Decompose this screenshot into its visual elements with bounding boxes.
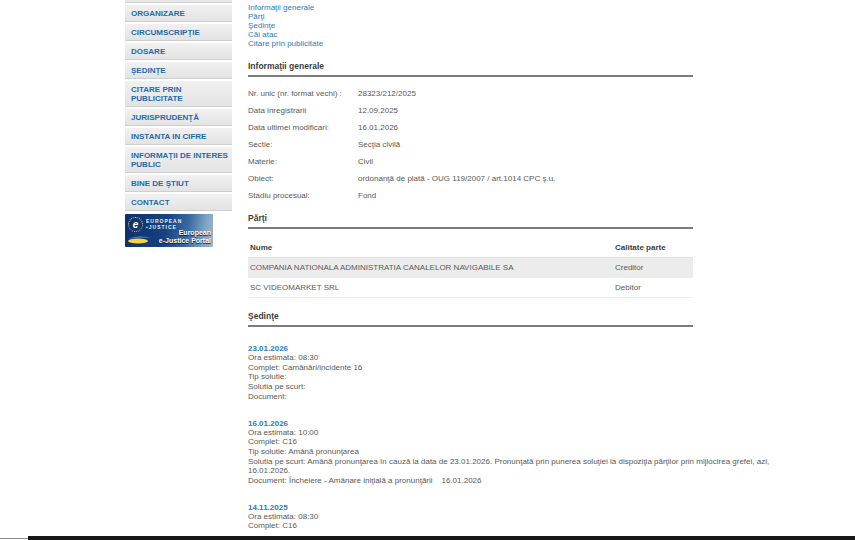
- info-field-row: Nr. unic (nr. format vechi) :28323/212/2…: [248, 89, 808, 98]
- sidebar-item-informa-ii-de-interes-public[interactable]: INFORMAŢII DE INTERES PUBLIC: [125, 147, 232, 173]
- sedinta-detail-line: Complet: C16: [248, 437, 788, 447]
- sidebar-item-circumscrip-ie[interactable]: CIRCUMSCRIPŢIE: [125, 24, 232, 41]
- info-field-row: Stadiu procesual:Fond: [248, 191, 808, 200]
- field-value: Civil: [358, 157, 373, 166]
- case-quicklinks: Informaţii generalePărţiŞedinţeCăi atacC…: [248, 3, 808, 48]
- quicklink-c-i-atac[interactable]: Căi atac: [248, 30, 808, 39]
- informatii-generale-title: Informaţii generale: [248, 61, 693, 77]
- sedinta-detail-line: Solutia pe scurt:: [248, 382, 788, 392]
- sidebar-item-contact[interactable]: CONTACT: [125, 194, 232, 211]
- sedinta-entry: 14.11.2025Ora estimata: 08:30Complet: C1…: [248, 503, 808, 531]
- sedinta-entry: 23.01.2026Ora estimata: 08:30Complet: Ca…: [248, 344, 808, 402]
- ejustice-banner-title: Europeane-Justice Portal: [159, 229, 211, 245]
- sidebar-item-jurispruden[interactable]: JURISPRUDENŢĂ: [125, 109, 232, 126]
- sidebar-item-bine-de-tiut[interactable]: BINE DE ŞTIUT: [125, 175, 232, 192]
- sidebar-item-instanta-in-cifre[interactable]: INSTANTA IN CIFRE: [125, 128, 232, 145]
- sedinta-date-link[interactable]: 14.11.2025: [248, 503, 288, 512]
- field-label: Materie:: [248, 157, 358, 166]
- section-informatii-generale: Informaţii generale Nr. unic (nr. format…: [248, 61, 808, 200]
- field-value: 12.09.2025: [358, 106, 398, 115]
- sidebar-item-citare-prin-publicitate[interactable]: CITARE PRIN PUBLICITATE: [125, 81, 232, 107]
- sedinta-detail-line: Tip solutie: Amână pronunţarea: [248, 447, 788, 457]
- sedinta-detail-line: Document:: [248, 392, 788, 402]
- field-value: Secţia civilă: [358, 140, 400, 149]
- bottom-edge-line: [0, 538, 28, 539]
- field-value: 16.01.2026: [358, 123, 398, 132]
- sedinte-entries: 23.01.2026Ora estimata: 08:30Complet: Ca…: [248, 344, 808, 531]
- sedinta-detail-line: Solutia pe scurt: Amână pronunţarea în c…: [248, 457, 788, 476]
- quicklink-edin-e[interactable]: Şedinţe: [248, 21, 808, 30]
- bottom-edge-bar: [28, 536, 855, 540]
- info-field-row: Obiect:ordonanţă de plată - OUG 119/2007…: [248, 174, 808, 183]
- sedinta-detail-line: Document: Încheiere - Amânare iniţială a…: [248, 476, 788, 486]
- field-value: 28323/212/2025: [358, 89, 416, 98]
- sedinta-entry: 16.01.2026Ora estimata: 10:00Complet: C1…: [248, 419, 808, 486]
- info-field-row: Data ultimei modificari:16.01.2026: [248, 123, 808, 132]
- field-label: Data inregistrarii: [248, 106, 358, 115]
- sedinta-detail-line: Complet: C16: [248, 521, 788, 531]
- field-value: Fond: [358, 191, 376, 200]
- field-label: Sectie:: [248, 140, 358, 149]
- parti-title: Părţi: [248, 213, 693, 229]
- sidebar-item-dosare[interactable]: DOSARE: [125, 43, 232, 60]
- main-content: Informaţii generalePărţiŞedinţeCăi atacC…: [248, 0, 808, 531]
- sedinta-date-link[interactable]: 23.01.2026: [248, 344, 288, 353]
- field-label: Stadiu procesual:: [248, 191, 358, 200]
- sidebar-partial-item: [125, 0, 232, 3]
- ejustice-banner[interactable]: e EUROPEAN•JUSTICE Europeane-Justice Por…: [125, 214, 213, 247]
- sedinta-detail-line: Ora estimata: 10:00: [248, 428, 788, 438]
- section-parti: Părţi Nume Calitate parte COMPANIA NATIO…: [248, 213, 808, 298]
- quicklink-informa-ii-generale[interactable]: Informaţii generale: [248, 3, 808, 12]
- sidebar: ORGANIZARECIRCUMSCRIPŢIEDOSAREŞEDINŢECIT…: [125, 0, 232, 247]
- table-row: COMPANIA NATIONALA ADMINISTRATIA CANALEL…: [248, 258, 693, 278]
- quicklink-p-r-i[interactable]: Părţi: [248, 12, 808, 21]
- table-row: SC VIDEOMARKET SRLDebitor: [248, 278, 693, 298]
- sidebar-item-edin-e[interactable]: ŞEDINŢE: [125, 62, 232, 79]
- ejustice-logo-icon: e: [128, 217, 143, 232]
- sedinta-detail-line: Ora estimata: 08:30: [248, 512, 788, 522]
- sidebar-item-organizare[interactable]: ORGANIZARE: [125, 5, 232, 22]
- parti-col-nume: Nume: [248, 237, 613, 258]
- info-field-row: Data inregistrarii12.09.2025: [248, 106, 808, 115]
- field-label: Nr. unic (nr. format vechi) :: [248, 89, 358, 98]
- field-value: ordonanţă de plată - OUG 119/2007 / art.…: [358, 174, 555, 183]
- sedinta-detail-line: Ora estimata: 08:30: [248, 353, 788, 363]
- case-info-fields: Nr. unic (nr. format vechi) :28323/212/2…: [248, 89, 808, 200]
- field-label: Obiect:: [248, 174, 358, 183]
- parti-nume-cell: COMPANIA NATIONALA ADMINISTRATIA CANALEL…: [248, 258, 613, 278]
- parti-col-calitate: Calitate parte: [613, 237, 693, 258]
- parti-table: Nume Calitate parte COMPANIA NATIONALA A…: [248, 237, 693, 298]
- sedinta-detail-line: Tip solutie:: [248, 372, 788, 382]
- section-sedinte: Şedinţe 23.01.2026Ora estimata: 08:30Com…: [248, 311, 808, 531]
- scales-swoosh-icon: [127, 233, 153, 246]
- sedinte-title: Şedinţe: [248, 311, 693, 327]
- field-label: Data ultimei modificari:: [248, 123, 358, 132]
- sidebar-nav: ORGANIZARECIRCUMSCRIPŢIEDOSAREŞEDINŢECIT…: [125, 5, 232, 211]
- parti-calitate-cell: Debitor: [613, 278, 693, 298]
- info-field-row: Materie:Civil: [248, 157, 808, 166]
- parti-calitate-cell: Creditor: [613, 258, 693, 278]
- parti-nume-cell: SC VIDEOMARKET SRL: [248, 278, 613, 298]
- sedinta-detail-line: Complet: Camănări/incidente 16: [248, 363, 788, 373]
- quicklink-citare-prin-publicitate[interactable]: Citare prin publicitate: [248, 39, 808, 48]
- info-field-row: Sectie:Secţia civilă: [248, 140, 808, 149]
- page: ORGANIZARECIRCUMSCRIPŢIEDOSAREŞEDINŢECIT…: [0, 0, 855, 531]
- sedinta-date-link[interactable]: 16.01.2026: [248, 419, 288, 428]
